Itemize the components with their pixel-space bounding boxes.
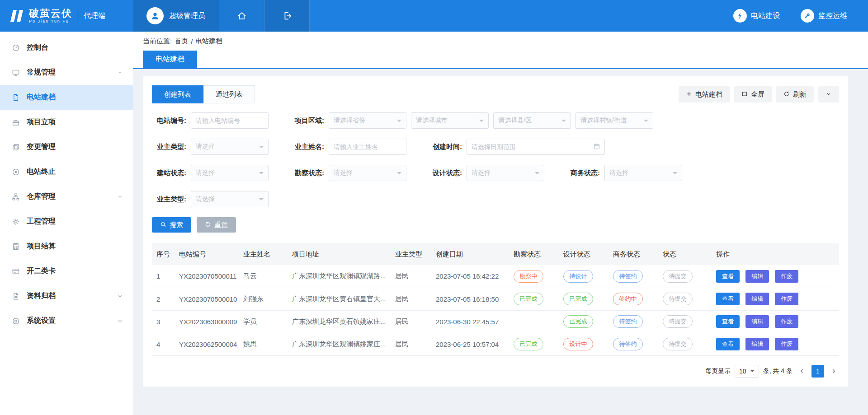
prev-page-button[interactable] <box>797 368 807 374</box>
header-spacer <box>310 0 733 32</box>
page-1-button[interactable]: 1 <box>811 365 824 378</box>
owner-name-label: 业主姓名: <box>290 143 324 151</box>
sidebar-item-type2-card[interactable]: 开二类卡 <box>0 259 133 284</box>
owner-type2-select[interactable]: 请选择 <box>191 191 269 207</box>
logo[interactable]: 破茧云伏 Po Jian Yun Fu 代理端 <box>0 0 133 32</box>
col-status: 状态 <box>658 243 712 265</box>
owner-name-input[interactable] <box>329 139 406 155</box>
page-tab-station-filing[interactable]: 电站建档 <box>143 51 197 68</box>
tab-create-list[interactable]: 创建列表 <box>152 85 203 103</box>
search-icon <box>160 221 166 229</box>
nav-station-build[interactable]: 电站建设 <box>733 0 780 32</box>
filter-form: 电站编号: 项目区域: 请选择省份 请选择城市 <box>152 112 839 233</box>
design-status-select[interactable]: 请选择 <box>467 165 544 181</box>
sidebar-item-label: 变更管理 <box>27 142 56 152</box>
business-status-select[interactable]: 请选择 <box>604 165 682 181</box>
avatar <box>146 7 164 24</box>
sidebar-item-system-settings[interactable]: 系统设置 <box>0 308 133 333</box>
sidebar-item-general-mgmt[interactable]: 常规管理 <box>0 60 133 85</box>
void-button[interactable]: 作废 <box>775 338 798 350</box>
chevron-down-icon <box>259 146 264 150</box>
void-button[interactable]: 作废 <box>775 270 798 283</box>
sidebar-item-station-filing[interactable]: 电站建档 <box>0 85 133 110</box>
breadcrumb-current: 电站建档 <box>195 37 222 46</box>
province-select[interactable]: 请选择省份 <box>329 112 406 129</box>
design-status-label: 设计状态: <box>428 169 462 177</box>
sidebar-item-project-settlement[interactable]: 项目结算 <box>0 234 133 259</box>
reset-button[interactable]: 重置 <box>197 217 236 233</box>
user-menu[interactable]: 超级管理员 <box>133 0 219 32</box>
collapse-filters-button[interactable] <box>818 86 839 103</box>
city-select[interactable]: 请选择城市 <box>411 112 489 129</box>
edit-button[interactable]: 编辑 <box>745 293 769 305</box>
sidebar-item-change-mgmt[interactable]: 变更管理 <box>0 135 133 159</box>
fullscreen-button[interactable]: 全屏 <box>734 86 772 103</box>
user-name: 超级管理员 <box>169 11 205 21</box>
edit-button[interactable]: 编辑 <box>745 338 769 350</box>
search-button[interactable]: 搜索 <box>152 217 191 233</box>
tab-passed-list[interactable]: 通过列表 <box>203 85 255 103</box>
chevron-down-icon <box>644 120 648 124</box>
station-table: 序号 电站编号 业主姓名 项目地址 业主类型 创建日期 勘察状态 设计状态 商务… <box>152 243 839 356</box>
nav-station-build-label: 电站建设 <box>751 11 780 21</box>
status-badge: 待提交 <box>663 315 693 328</box>
breadcrumb-prefix: 当前位置: <box>143 37 172 46</box>
nav-monitor-ops-label: 监控运维 <box>818 11 847 21</box>
sidebar-item-project-initiation[interactable]: 项目立项 <box>0 110 133 135</box>
build-status-label: 建站状态: <box>152 169 186 177</box>
create-time-label: 创建时间: <box>428 143 462 151</box>
col-owner-name: 业主姓名 <box>239 243 288 265</box>
view-button[interactable]: 查看 <box>716 270 740 283</box>
copy-icon <box>12 143 20 151</box>
logout-button[interactable] <box>264 0 310 32</box>
owner-type-label: 业主类型: <box>152 143 186 151</box>
nav-monitor-ops[interactable]: 监控运维 <box>801 0 847 32</box>
sidebar-item-console[interactable]: 控制台 <box>0 35 133 60</box>
home-button[interactable] <box>219 0 264 32</box>
refresh-icon <box>783 91 790 98</box>
build-status-select[interactable]: 请选择 <box>191 165 269 181</box>
chevron-down-icon <box>117 318 123 324</box>
view-button[interactable]: 查看 <box>716 338 740 350</box>
per-page-select[interactable]: 10 <box>735 365 759 378</box>
station-no-input[interactable] <box>191 112 269 129</box>
sidebar-item-label: 开二类卡 <box>27 266 56 276</box>
breadcrumb-home[interactable]: 首页 <box>175 37 188 46</box>
create-station-button[interactable]: 电站建档 <box>679 86 730 103</box>
void-button[interactable]: 作废 <box>775 315 798 328</box>
col-station-no: 电站编号 <box>175 243 239 265</box>
col-address: 项目地址 <box>288 243 391 265</box>
date-range-input[interactable] <box>467 139 605 155</box>
sidebar-item-archive[interactable]: 资料归档 <box>0 284 133 308</box>
breadcrumb: 当前位置: 首页 / 电站建档 <box>133 32 868 51</box>
status-badge: 待提交 <box>663 293 693 305</box>
view-button[interactable]: 查看 <box>716 293 740 305</box>
refresh-button[interactable]: 刷新 <box>776 86 814 103</box>
status-badge: 待提交 <box>663 338 693 350</box>
sidebar-item-label: 项目结算 <box>27 242 56 251</box>
next-page-button[interactable] <box>828 368 839 374</box>
sidebar: 控制台 常规管理 电站建档 项目立项 <box>0 32 133 415</box>
panel-toolbar: 电站建档 全屏 刷新 <box>674 86 839 103</box>
edit-button[interactable]: 编辑 <box>745 270 769 283</box>
chevron-down-icon <box>561 120 566 124</box>
county-select[interactable]: 请选择县/区 <box>493 112 571 129</box>
plus-icon <box>686 91 692 98</box>
col-index: 序号 <box>152 243 175 265</box>
chevron-down-icon <box>117 293 123 299</box>
sidebar-item-label: 项目立项 <box>27 117 56 127</box>
sidebar-item-station-termination[interactable]: 电站终止 <box>0 159 133 184</box>
sidebar-item-warehouse-mgmt[interactable]: 仓库管理 <box>0 184 133 209</box>
void-button[interactable]: 作废 <box>775 293 798 305</box>
page-tab-bar: 电站建档 <box>133 51 868 69</box>
view-button[interactable]: 查看 <box>716 315 740 328</box>
pagination: 每页显示 10 条, 共 4 条 1 <box>152 365 839 378</box>
owner-type-select[interactable]: 请选择 <box>191 139 269 155</box>
survey-status-select[interactable]: 请选择 <box>329 165 406 181</box>
sidebar-item-engineering-mgmt[interactable]: 工程管理 <box>0 209 133 234</box>
sidebar-item-label: 资料归档 <box>27 291 56 301</box>
design-status-badge: 设计中 <box>563 338 593 350</box>
sidebar-item-label: 常规管理 <box>27 68 56 77</box>
edit-button[interactable]: 编辑 <box>745 315 769 328</box>
town-select[interactable]: 请选择村镇/街道 <box>576 112 653 129</box>
